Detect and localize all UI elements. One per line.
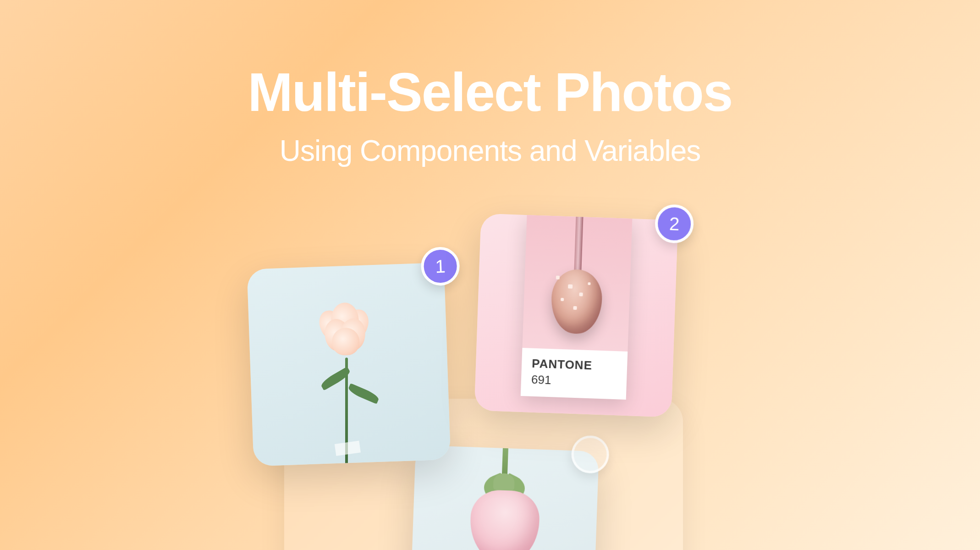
photo-card-3[interactable] [409, 445, 599, 550]
photo-thumbnail [247, 263, 451, 467]
cards-area: 1 PANTONE 691 [0, 0, 980, 550]
photo-thumbnail: PANTONE 691 [474, 214, 678, 418]
selection-order: 2 [669, 213, 680, 234]
pantone-code: 691 [531, 373, 617, 390]
photo-card-2[interactable]: PANTONE 691 2 [474, 214, 678, 418]
pantone-brand: PANTONE [532, 357, 617, 374]
photo-card-1[interactable]: 1 [247, 263, 451, 467]
photo-thumbnail [409, 445, 599, 550]
selection-order: 1 [435, 256, 446, 277]
